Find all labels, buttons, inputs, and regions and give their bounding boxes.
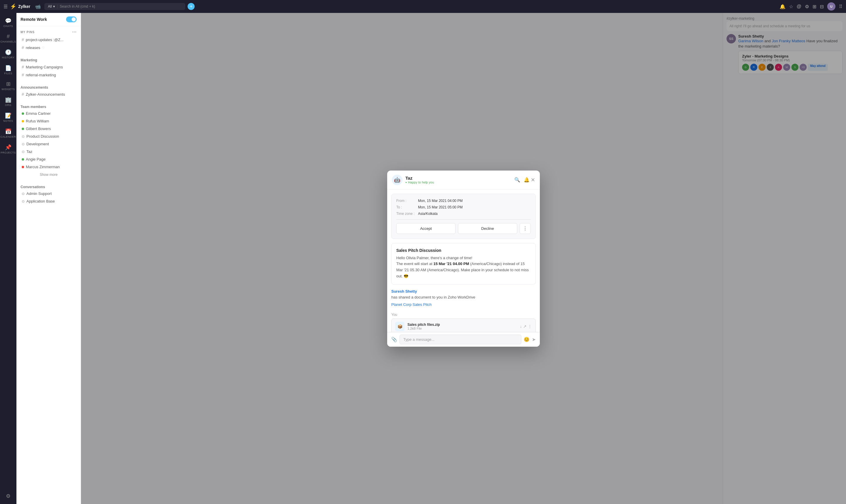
status-dot-red bbox=[22, 166, 24, 168]
file-icon: 📦 bbox=[395, 322, 404, 331]
more-options-button[interactable]: ⋮ bbox=[520, 223, 531, 234]
doc-share: Suresh Shetty has shared a document to y… bbox=[387, 289, 540, 312]
doc-share-link[interactable]: Planet Corp Sales Pitch bbox=[391, 302, 536, 308]
file-size: 1.2kB File bbox=[408, 327, 440, 330]
my-pins-more-icon[interactable]: ··· bbox=[72, 30, 77, 34]
star-icon[interactable]: ☆ bbox=[789, 4, 793, 10]
doc-share-text: has shared a document to you in Zoho Wor… bbox=[391, 295, 475, 300]
hash-icon: # bbox=[22, 37, 24, 42]
files-icon: 📄 bbox=[5, 65, 12, 71]
apps-icon[interactable]: ⠿ bbox=[839, 4, 843, 10]
sidebar-item-releases[interactable]: # releases ♡ bbox=[18, 44, 79, 51]
to-label: To : bbox=[396, 205, 417, 209]
emoji-icon[interactable]: 😊 bbox=[524, 337, 529, 342]
bot-name: Taz bbox=[406, 176, 514, 181]
sidebar-item-taz[interactable]: ⊙ Taz bbox=[18, 148, 79, 155]
sidebar-item-projects[interactable]: 📌 PROJECTS bbox=[0, 142, 16, 157]
accept-button[interactable]: Accept bbox=[396, 223, 455, 234]
conversations-section: Conversations ⊙ Admin Support ⊙ Applicat… bbox=[16, 181, 81, 208]
workspace-header: Remote Work bbox=[16, 13, 81, 26]
sidebar-item-notes[interactable]: 📝 NOTES bbox=[0, 110, 16, 125]
sales-pitch-text2: The event will start at bbox=[396, 262, 433, 266]
sidebar-item-referral-marketing[interactable]: # referral-marketing bbox=[18, 71, 79, 79]
sidebar-item-channels[interactable]: # CHANNELS bbox=[0, 31, 16, 46]
meeting-to-row: To : Mon, 15 Mar 2021 05:00 PM bbox=[396, 205, 531, 209]
meeting-invite-actions: Accept Decline ⋮ bbox=[396, 219, 531, 234]
bell-icon[interactable]: 🔔 bbox=[524, 177, 529, 183]
send-icon[interactable]: ➤ bbox=[532, 337, 536, 342]
sales-pitch-text: Hello Olivia Palmer, there's a change of… bbox=[396, 255, 531, 280]
sidebar-item-widgets[interactable]: ⊞ WIDGETS bbox=[0, 78, 16, 93]
app-logo: ⚡ Zylker bbox=[10, 3, 30, 10]
doc-share-author[interactable]: Suresh Shetty bbox=[391, 289, 536, 295]
share-icon[interactable]: ↗ bbox=[523, 324, 527, 329]
modal-bottom-bar: 📎 Type a message... 😊 ➤ bbox=[387, 332, 540, 347]
meeting-from-row: From : Mon, 15 Mar 2021 04:00 PM bbox=[396, 199, 531, 203]
more-icon[interactable]: ⋮ bbox=[528, 324, 532, 329]
announcements-section: Announcements # Zylker-Announcements bbox=[16, 81, 81, 101]
tz-label: Time zone : bbox=[396, 212, 417, 216]
sidebar-item-admin-support[interactable]: ⊙ Admin Support bbox=[18, 190, 79, 197]
sales-pitch-emoji: 😎 bbox=[403, 274, 408, 278]
sidebar-item-development[interactable]: ⊙ Development bbox=[18, 140, 79, 148]
file-attachment: 📦 Sales pitch files.zip 1.2kB File ↓ ↗ ⋮ bbox=[391, 319, 536, 332]
search-icon[interactable]: 🔍 bbox=[514, 177, 520, 183]
grid-icon[interactable]: ⊟ bbox=[820, 4, 824, 10]
show-more-button[interactable]: Show more bbox=[16, 171, 81, 178]
message-input[interactable]: Type a message... bbox=[399, 335, 521, 344]
heart-icon: ♡ bbox=[42, 46, 44, 49]
sidebar-item-calender[interactable]: 📅 CALENDER bbox=[0, 126, 16, 141]
sidebar-item-gilbert[interactable]: Gilbert Bowers bbox=[18, 125, 79, 132]
sidebar-item-product-discussion[interactable]: ⊙ Product Discussion bbox=[18, 133, 79, 140]
search-input[interactable]: Search in All (cmd + k) bbox=[60, 4, 182, 8]
mention-icon[interactable]: @ bbox=[797, 4, 802, 9]
settings-gear-icon[interactable]: ⚙ bbox=[6, 490, 11, 503]
sidebar-item-rufus[interactable]: Rufus William bbox=[18, 118, 79, 125]
settings-icon[interactable]: ⚙ bbox=[805, 4, 809, 10]
sidebar-item-angie[interactable]: Angie Page bbox=[18, 156, 79, 163]
status-dot-green bbox=[22, 112, 24, 115]
calender-label: CALENDER bbox=[0, 135, 16, 138]
notifications-icon[interactable]: 🔔 bbox=[780, 4, 786, 10]
app-name: Zylker bbox=[18, 4, 30, 9]
sidebar-item-application-base[interactable]: ⊙ Application Base bbox=[18, 198, 79, 205]
close-icon[interactable]: ✕ bbox=[531, 177, 535, 183]
decline-button[interactable]: Decline bbox=[458, 223, 517, 234]
sales-pitch-bold: 15 Mar '21 04.00 PM bbox=[433, 262, 469, 266]
layout-icon[interactable]: ⊞ bbox=[812, 4, 816, 10]
download-icon[interactable]: ↓ bbox=[520, 324, 522, 329]
sidebar-item-zylker-announcements[interactable]: # Zylker-Announcements bbox=[18, 90, 79, 98]
meeting-tz-row: Time zone : Asia/Kolkata bbox=[396, 212, 531, 216]
menu-icon[interactable]: ☰ bbox=[3, 4, 7, 10]
meeting-invite-card: From : Mon, 15 Mar 2021 04:00 PM To : Mo… bbox=[391, 194, 536, 239]
projects-label: PROJECTS bbox=[1, 151, 16, 154]
attach-icon[interactable]: 📎 bbox=[391, 337, 397, 342]
sidebar-item-emma[interactable]: Emma Cartner bbox=[18, 110, 79, 117]
from-value: Mon, 15 Mar 2021 04:00 PM bbox=[418, 199, 463, 203]
sidebar-item-files[interactable]: 📄 FILES bbox=[0, 62, 16, 77]
you-label: You bbox=[387, 312, 540, 319]
search-scope: All bbox=[48, 4, 52, 8]
conv-name: Admin Support bbox=[26, 192, 52, 196]
group-icon: ⊙ bbox=[22, 142, 25, 146]
team-members-section: Team members Emma Cartner Rufus William … bbox=[16, 101, 81, 181]
sidebar-item-history[interactable]: 🕐 HISTORY bbox=[0, 47, 16, 61]
sidebar-item-project-updates[interactable]: # project-updates :@Z... bbox=[18, 36, 79, 43]
add-button[interactable]: + bbox=[187, 3, 195, 10]
bot-avatar: 🤖 bbox=[392, 175, 402, 185]
search-dropdown[interactable]: All ▾ bbox=[48, 4, 57, 8]
projects-icon: 📌 bbox=[5, 144, 12, 150]
workspace-toggle[interactable] bbox=[66, 16, 77, 22]
sidebar-item-marcus[interactable]: Marcus Zimmerman bbox=[18, 163, 79, 170]
history-label: HISTORY bbox=[2, 56, 14, 59]
modal-header-icons: 🔍 🔔 bbox=[514, 177, 529, 183]
sidebar-item-chats[interactable]: 💬 CHATS bbox=[0, 15, 16, 30]
avatar[interactable]: U bbox=[827, 2, 835, 11]
my-pins-section: My Pins ··· # project-updates :@Z... # r… bbox=[16, 26, 81, 54]
search-bar[interactable]: All ▾ Search in All (cmd + k) bbox=[44, 3, 185, 10]
org-icon: 🏢 bbox=[5, 96, 12, 103]
status-dot-green bbox=[22, 158, 24, 161]
sidebar-item-marketing-campaigns[interactable]: # Marketing Campaigns bbox=[18, 63, 79, 71]
video-icon[interactable]: 📹 bbox=[35, 4, 41, 10]
sidebar-item-org[interactable]: 🏢 ORG bbox=[0, 94, 16, 109]
